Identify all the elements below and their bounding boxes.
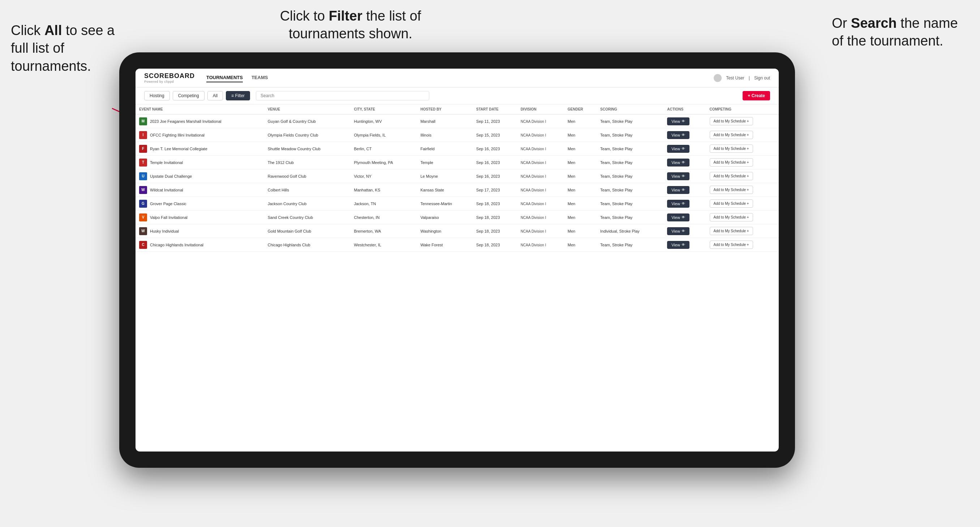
eye-icon: 👁 — [681, 229, 685, 233]
user-name: Test User — [726, 76, 745, 81]
add-to-schedule-button[interactable]: Add to My Schedule + — [710, 131, 753, 139]
create-button[interactable]: + Create — [743, 91, 770, 100]
view-label: View — [671, 119, 680, 124]
table-row: V Valpo Fall Invitational Sand Creek Cou… — [135, 211, 779, 224]
all-filter-btn[interactable]: All — [207, 91, 223, 100]
cell-event-name: U Upstate Dual Challenge — [135, 170, 264, 183]
cell-venue: Chicago Highlands Club — [264, 238, 350, 252]
cell-competing: Add to My Schedule + — [706, 238, 779, 252]
event-name-text: Wildcat Invitational — [150, 188, 183, 192]
cell-scoring: Individual, Stroke Play — [597, 224, 663, 238]
cell-start-date: Sep 18, 2023 — [473, 238, 517, 252]
view-button[interactable]: View 👁 — [667, 159, 689, 167]
header-right: Test User | Sign out — [714, 74, 770, 82]
view-button[interactable]: View 👁 — [667, 131, 689, 139]
view-label: View — [671, 229, 680, 233]
nav-tab-teams[interactable]: TEAMS — [251, 73, 268, 83]
nav-tab-tournaments[interactable]: TOURNAMENTS — [206, 73, 243, 83]
cell-actions: View 👁 — [663, 224, 706, 238]
cell-actions: View 👁 — [663, 142, 706, 156]
add-to-schedule-button[interactable]: Add to My Schedule + — [710, 172, 753, 180]
table-row: M 2023 Joe Feaganes Marshall Invitationa… — [135, 114, 779, 128]
cell-actions: View 👁 — [663, 211, 706, 224]
view-button[interactable]: View 👁 — [667, 241, 689, 249]
cell-venue: Sand Creek Country Club — [264, 211, 350, 224]
cell-hosted-by: Washington — [417, 224, 472, 238]
cell-gender: Men — [564, 170, 597, 183]
cell-gender: Men — [564, 211, 597, 224]
view-label: View — [671, 188, 680, 192]
cell-venue: Jackson Country Club — [264, 197, 350, 211]
table-row: T Temple Invitational The 1912 Club Plym… — [135, 156, 779, 170]
table-row: F Ryan T. Lee Memorial Collegiate Shuttl… — [135, 142, 779, 156]
add-to-schedule-button[interactable]: Add to My Schedule + — [710, 213, 753, 221]
eye-icon: 👁 — [681, 119, 685, 123]
view-button[interactable]: View 👁 — [667, 227, 689, 235]
cell-division: NCAA Division I — [517, 183, 564, 197]
cell-hosted-by: Kansas State — [417, 183, 472, 197]
add-to-schedule-button[interactable]: Add to My Schedule + — [710, 186, 753, 194]
cell-hosted-by: Temple — [417, 156, 472, 170]
event-name-text: Husky Individual — [150, 229, 179, 233]
view-button[interactable]: View 👁 — [667, 213, 689, 221]
cell-hosted-by: Tennessee-Martin — [417, 197, 472, 211]
cell-city-state: Jackson, TN — [350, 197, 417, 211]
add-to-schedule-button[interactable]: Add to My Schedule + — [710, 241, 753, 249]
add-to-schedule-button[interactable]: Add to My Schedule + — [710, 117, 753, 125]
cell-division: NCAA Division I — [517, 170, 564, 183]
cell-city-state: Bremerton, WA — [350, 224, 417, 238]
filter-toggle-btn[interactable]: ≡ Filter — [226, 91, 250, 100]
col-competing: COMPETING — [706, 105, 779, 114]
cell-scoring: Team, Stroke Play — [597, 211, 663, 224]
add-to-schedule-button[interactable]: Add to My Schedule + — [710, 227, 753, 235]
main-nav: TOURNAMENTS TEAMS — [206, 73, 268, 83]
cell-city-state: Berlin, CT — [350, 142, 417, 156]
cell-start-date: Sep 18, 2023 — [473, 224, 517, 238]
annotation-topright: Or Search the name of the tournament. — [832, 14, 969, 50]
cell-actions: View 👁 — [663, 170, 706, 183]
cell-scoring: Team, Stroke Play — [597, 170, 663, 183]
cell-gender: Men — [564, 183, 597, 197]
table-row: W Wildcat Invitational Colbert Hills Man… — [135, 183, 779, 197]
cell-hosted-by: Wake Forest — [417, 238, 472, 252]
view-button[interactable]: View 👁 — [667, 117, 689, 125]
event-name-text: OFCC Fighting Illini Invitational — [150, 133, 205, 137]
col-city-state: CITY, STATE — [350, 105, 417, 114]
view-button[interactable]: View 👁 — [667, 186, 689, 194]
eye-icon: 👁 — [681, 174, 685, 178]
cell-start-date: Sep 11, 2023 — [473, 114, 517, 128]
cell-competing: Add to My Schedule + — [706, 142, 779, 156]
cell-scoring: Team, Stroke Play — [597, 238, 663, 252]
cell-gender: Men — [564, 156, 597, 170]
user-avatar — [714, 74, 722, 82]
competing-filter-btn[interactable]: Competing — [173, 91, 205, 100]
team-logo: W — [139, 186, 147, 194]
cell-start-date: Sep 16, 2023 — [473, 156, 517, 170]
view-button[interactable]: View 👁 — [667, 172, 689, 180]
cell-start-date: Sep 18, 2023 — [473, 197, 517, 211]
app-header: SCOREBOARD Powered by clippd TOURNAMENTS… — [135, 68, 779, 87]
view-label: View — [671, 243, 680, 247]
add-to-schedule-button[interactable]: Add to My Schedule + — [710, 199, 753, 208]
tablet-screen: SCOREBOARD Powered by clippd TOURNAMENTS… — [135, 68, 779, 451]
add-to-schedule-button[interactable]: Add to My Schedule + — [710, 144, 753, 153]
hosting-filter-btn[interactable]: Hosting — [144, 91, 170, 100]
search-input[interactable] — [256, 91, 429, 100]
eye-icon: 👁 — [681, 133, 685, 137]
tournaments-table-container[interactable]: EVENT NAME VENUE CITY, STATE HOSTED BY S… — [135, 105, 779, 451]
cell-city-state: Westchester, IL — [350, 238, 417, 252]
cell-competing: Add to My Schedule + — [706, 156, 779, 170]
sign-out-link[interactable]: Sign out — [754, 76, 770, 81]
view-label: View — [671, 202, 680, 206]
event-name-text: Chicago Highlands Invitational — [150, 243, 204, 247]
view-button[interactable]: View 👁 — [667, 200, 689, 208]
cell-competing: Add to My Schedule + — [706, 211, 779, 224]
cell-city-state: Chesterton, IN — [350, 211, 417, 224]
view-button[interactable]: View 👁 — [667, 145, 689, 153]
table-row: C Chicago Highlands Invitational Chicago… — [135, 238, 779, 252]
table-row: U Upstate Dual Challenge Ravenwood Golf … — [135, 170, 779, 183]
cell-start-date: Sep 17, 2023 — [473, 183, 517, 197]
add-to-schedule-button[interactable]: Add to My Schedule + — [710, 158, 753, 167]
cell-start-date: Sep 16, 2023 — [473, 170, 517, 183]
cell-scoring: Team, Stroke Play — [597, 156, 663, 170]
